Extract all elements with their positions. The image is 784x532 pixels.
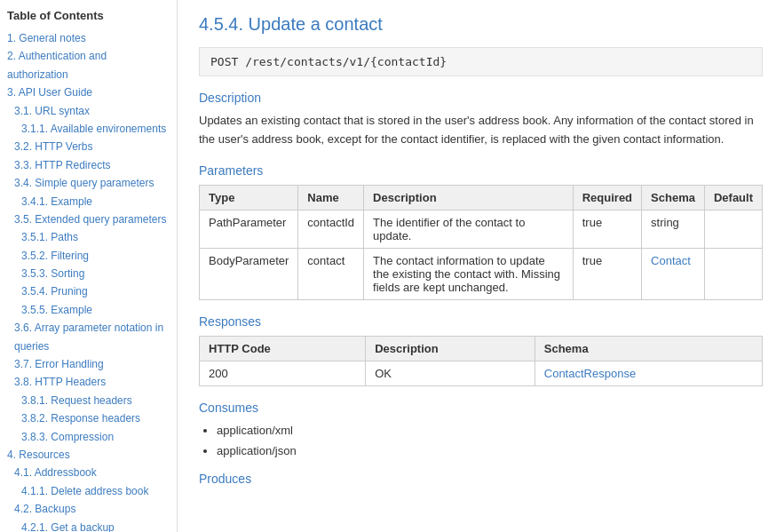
- toc-list: 1. General notes2. Authentication and au…: [7, 29, 170, 532]
- toc-link[interactable]: 3.4.1. Example: [21, 195, 92, 208]
- consumes-list: application/xmlapplication/json: [217, 420, 763, 462]
- page-title: 4.5.4. Update a contact: [199, 14, 763, 35]
- toc-link[interactable]: 3.5.5. Example: [21, 304, 92, 316]
- toc-item: 4.2.1. Get a backup: [21, 519, 170, 532]
- list-item: application/json: [217, 441, 763, 461]
- toc-item: 4.1. Addressbook: [14, 464, 170, 481]
- params-body: PathParametercontactIdThe identifier of …: [200, 210, 763, 299]
- toc-link[interactable]: 3.4. Simple query parameters: [14, 177, 154, 189]
- responses-body: 200OKContactResponse: [200, 361, 763, 385]
- table-cell: OK: [366, 361, 535, 385]
- toc-item: 4. Resources: [7, 446, 170, 464]
- list-item: application/xml: [217, 420, 763, 441]
- toc-link[interactable]: 3.3. HTTP Redirects: [14, 159, 110, 171]
- toc-link[interactable]: 1. General notes: [7, 32, 86, 44]
- table-cell: contact: [298, 248, 364, 299]
- toc-link[interactable]: 3.7. Error Handling: [14, 358, 104, 370]
- responses-title: Responses: [199, 314, 763, 329]
- toc-link[interactable]: 3.8. HTTP Headers: [14, 376, 106, 388]
- toc-link[interactable]: 4.2.1. Get a backup: [21, 521, 115, 532]
- parameters-title: Parameters: [199, 163, 763, 178]
- table-cell: true: [573, 210, 641, 248]
- toc-link[interactable]: 3. API User Guide: [7, 86, 92, 99]
- toc-item: 3.8.3. Compression: [21, 428, 170, 446]
- table-cell: PathParameter: [200, 210, 298, 248]
- toc-item: 3.8.1. Request headers: [21, 392, 170, 409]
- table-cell: BodyParameter: [200, 248, 298, 299]
- toc-link[interactable]: 3.8.3. Compression: [21, 431, 114, 443]
- toc-link[interactable]: 4.1. Addressbook: [14, 466, 97, 479]
- toc-item: 3.1. URL syntax: [14, 102, 170, 120]
- description-text: Updates an existing contact that is stor…: [199, 112, 763, 149]
- responses-table: HTTP CodeDescriptionSchema 200OKContactR…: [199, 336, 763, 386]
- toc-link[interactable]: 3.1.1. Available environements: [21, 123, 166, 135]
- toc-item: 3.5. Extended query parameters: [14, 210, 170, 228]
- toc-item: 3.5.1. Paths: [21, 228, 170, 246]
- table-row: BodyParametercontactThe contact informat…: [200, 248, 763, 299]
- description-title: Description: [199, 91, 763, 105]
- table-cell: 200: [200, 361, 366, 385]
- toc-link[interactable]: 3.8.2. Response headers: [21, 412, 140, 425]
- main-content: 4.5.4. Update a contact POST /rest/conta…: [178, 0, 784, 532]
- schema-link[interactable]: Contact: [651, 254, 691, 267]
- toc-link[interactable]: 3.1. URL syntax: [14, 105, 90, 117]
- table-row: PathParametercontactIdThe identifier of …: [200, 210, 763, 248]
- toc-item: 2. Authentication and authorization: [7, 47, 170, 83]
- table-cell: The contact information to update the ex…: [364, 248, 574, 299]
- params-col-header: Type: [200, 185, 298, 210]
- toc-link[interactable]: 3.2. HTTP Verbs: [14, 140, 92, 153]
- table-row: 200OKContactResponse: [200, 361, 763, 385]
- responses-col-header: Description: [366, 336, 535, 361]
- sidebar: Table of Contents 1. General notes2. Aut…: [0, 0, 178, 532]
- toc-item: 3.4.1. Example: [21, 193, 170, 210]
- responses-col-header: Schema: [535, 336, 762, 361]
- toc-item: 3.8.2. Response headers: [21, 409, 170, 427]
- toc-item: 3. API User Guide: [7, 83, 170, 101]
- toc-link[interactable]: 4.1.1. Delete address book: [21, 485, 148, 497]
- params-header-row: TypeNameDescriptionRequiredSchemaDefault: [200, 185, 763, 210]
- toc-link[interactable]: 3.5.3. Sorting: [21, 267, 84, 280]
- toc-link[interactable]: 2. Authentication and authorization: [7, 50, 107, 80]
- toc-item: 3.5.5. Example: [21, 301, 170, 319]
- responses-header-row: HTTP CodeDescriptionSchema: [200, 336, 763, 361]
- toc-item: 3.3. HTTP Redirects: [14, 156, 170, 174]
- toc-item: 3.2. HTTP Verbs: [14, 138, 170, 155]
- toc-item: 3.5.2. Filtering: [21, 247, 170, 265]
- params-col-header: Default: [704, 185, 762, 210]
- sidebar-title: Table of Contents: [7, 9, 170, 22]
- schema-link[interactable]: ContactResponse: [544, 367, 636, 380]
- table-cell: true: [573, 248, 641, 299]
- table-cell: string: [642, 210, 705, 248]
- table-cell: [704, 248, 762, 299]
- toc-link[interactable]: 3.5.2. Filtering: [21, 250, 89, 262]
- consumes-title: Consumes: [199, 401, 763, 415]
- table-cell: [704, 210, 762, 248]
- produces-title: Produces: [199, 472, 763, 486]
- toc-item: 3.5.4. Pruning: [21, 282, 170, 300]
- toc-item: 4.1.1. Delete address book: [21, 482, 170, 500]
- params-col-header: Schema: [642, 185, 705, 210]
- table-cell: The identifier of the contact to update.: [364, 210, 574, 248]
- params-col-header: Required: [573, 185, 641, 210]
- toc-link[interactable]: 3.5. Extended query parameters: [14, 213, 166, 226]
- toc-item: 3.8. HTTP Headers: [14, 373, 170, 391]
- toc-item: 4.2. Backups: [14, 500, 170, 518]
- toc-item: 3.7. Error Handling: [14, 355, 170, 373]
- code-block: POST /rest/contacts/v1/{contactId}: [199, 47, 763, 76]
- toc-link[interactable]: 4.2. Backups: [14, 503, 75, 515]
- toc-item: 3.1.1. Available environements: [21, 120, 170, 138]
- toc-link[interactable]: 3.5.4. Pruning: [21, 285, 88, 298]
- toc-link[interactable]: 4. Resources: [7, 449, 70, 461]
- responses-col-header: HTTP Code: [200, 336, 366, 361]
- toc-link[interactable]: 3.6. Array parameter notation in queries: [14, 322, 163, 352]
- toc-link[interactable]: 3.8.1. Request headers: [21, 394, 132, 407]
- toc-link[interactable]: 3.5.1. Paths: [21, 231, 78, 243]
- params-col-header: Name: [298, 185, 364, 210]
- parameters-table: TypeNameDescriptionRequiredSchemaDefault…: [199, 185, 763, 300]
- toc-item: 3.6. Array parameter notation in queries: [14, 319, 170, 355]
- table-cell: contactId: [298, 210, 364, 248]
- table-cell: ContactResponse: [535, 361, 762, 385]
- params-col-header: Description: [364, 185, 574, 210]
- toc-item: 3.4. Simple query parameters: [14, 174, 170, 192]
- toc-item: 3.5.3. Sorting: [21, 265, 170, 282]
